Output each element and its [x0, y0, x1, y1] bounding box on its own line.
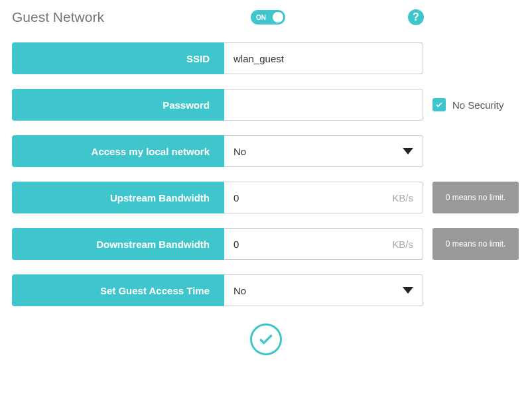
no-security-label: No Security [452, 99, 504, 111]
toggle-on-label: ON [256, 14, 266, 21]
access-local-value: No [233, 146, 246, 157]
chevron-down-icon [403, 287, 413, 294]
chevron-down-icon [403, 148, 413, 154]
downstream-hint: 0 means no limit. [432, 228, 519, 260]
password-label: Password [12, 89, 224, 121]
check-icon [435, 101, 443, 109]
upstream-label: Upstream Bandwidth [12, 182, 224, 213]
guest-time-select[interactable]: No [224, 274, 423, 306]
downstream-input[interactable] [233, 239, 342, 250]
access-local-row: Access my local network No [12, 135, 520, 167]
downstream-label: Downstream Bandwidth [12, 228, 224, 260]
no-security-checkbox[interactable] [432, 98, 446, 111]
guest-time-row: Set Guest Access Time No [12, 274, 520, 306]
password-input[interactable] [233, 99, 413, 111]
downstream-row: Downstream Bandwidth KB/s 0 means no lim… [12, 228, 520, 260]
toggle-knob [273, 12, 283, 23]
guest-network-toggle[interactable]: ON [251, 10, 285, 25]
access-local-select[interactable]: No [224, 135, 423, 167]
upstream-hint: 0 means no limit. [432, 182, 519, 213]
help-icon[interactable]: ? [408, 9, 424, 25]
upstream-input[interactable] [233, 192, 342, 203]
access-local-label: Access my local network [12, 135, 224, 167]
ssid-row: SSID [12, 42, 520, 74]
upstream-row: Upstream Bandwidth KB/s 0 means no limit… [12, 182, 520, 213]
upstream-unit: KB/s [392, 192, 413, 203]
page-title: Guest Network [12, 9, 104, 25]
downstream-unit: KB/s [392, 239, 413, 250]
confirm-button[interactable] [250, 323, 282, 355]
guest-time-label: Set Guest Access Time [12, 274, 224, 306]
password-row: Password No Security [12, 89, 520, 121]
ssid-input[interactable] [233, 53, 413, 64]
confirm-check-icon [257, 331, 275, 348]
ssid-label: SSID [12, 42, 224, 74]
guest-time-value: No [233, 285, 246, 296]
